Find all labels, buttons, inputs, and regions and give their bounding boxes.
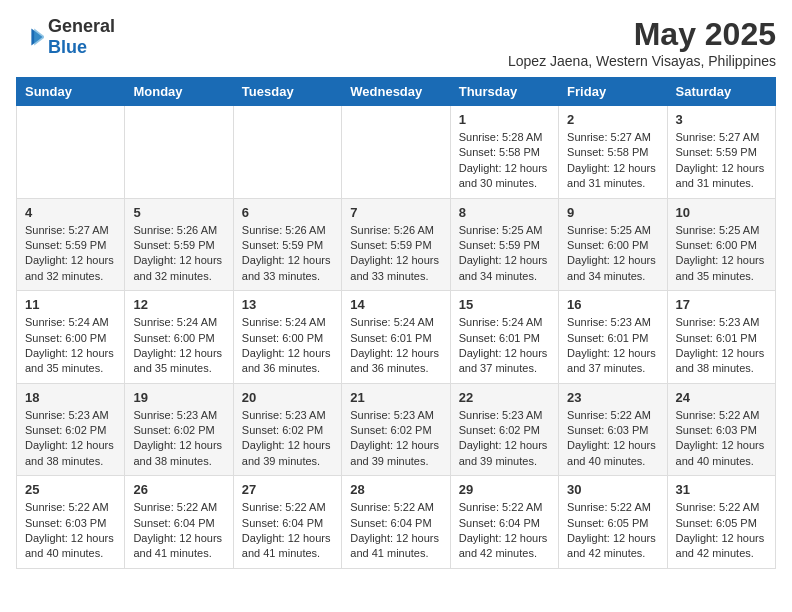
day-info: Sunrise: 5:26 AMSunset: 5:59 PMDaylight:… bbox=[242, 223, 333, 285]
day-number: 31 bbox=[676, 482, 767, 497]
calendar-cell: 17Sunrise: 5:23 AMSunset: 6:01 PMDayligh… bbox=[667, 291, 775, 384]
day-info: Sunrise: 5:24 AMSunset: 6:01 PMDaylight:… bbox=[350, 315, 441, 377]
day-number: 13 bbox=[242, 297, 333, 312]
day-number: 29 bbox=[459, 482, 550, 497]
day-info: Sunrise: 5:23 AMSunset: 6:01 PMDaylight:… bbox=[567, 315, 658, 377]
day-number: 5 bbox=[133, 205, 224, 220]
day-number: 28 bbox=[350, 482, 441, 497]
day-info: Sunrise: 5:25 AMSunset: 6:00 PMDaylight:… bbox=[567, 223, 658, 285]
logo: General Blue bbox=[16, 16, 115, 58]
day-number: 17 bbox=[676, 297, 767, 312]
day-info: Sunrise: 5:25 AMSunset: 5:59 PMDaylight:… bbox=[459, 223, 550, 285]
day-info: Sunrise: 5:28 AMSunset: 5:58 PMDaylight:… bbox=[459, 130, 550, 192]
calendar-cell: 2Sunrise: 5:27 AMSunset: 5:58 PMDaylight… bbox=[559, 106, 667, 199]
calendar-cell bbox=[125, 106, 233, 199]
calendar-cell: 7Sunrise: 5:26 AMSunset: 5:59 PMDaylight… bbox=[342, 198, 450, 291]
day-number: 19 bbox=[133, 390, 224, 405]
calendar-cell: 6Sunrise: 5:26 AMSunset: 5:59 PMDaylight… bbox=[233, 198, 341, 291]
calendar-cell: 5Sunrise: 5:26 AMSunset: 5:59 PMDaylight… bbox=[125, 198, 233, 291]
calendar-cell: 3Sunrise: 5:27 AMSunset: 5:59 PMDaylight… bbox=[667, 106, 775, 199]
day-info: Sunrise: 5:23 AMSunset: 6:02 PMDaylight:… bbox=[459, 408, 550, 470]
day-info: Sunrise: 5:23 AMSunset: 6:02 PMDaylight:… bbox=[133, 408, 224, 470]
header-tuesday: Tuesday bbox=[233, 78, 341, 106]
day-number: 22 bbox=[459, 390, 550, 405]
calendar-cell: 1Sunrise: 5:28 AMSunset: 5:58 PMDaylight… bbox=[450, 106, 558, 199]
day-number: 3 bbox=[676, 112, 767, 127]
calendar-cell: 30Sunrise: 5:22 AMSunset: 6:05 PMDayligh… bbox=[559, 476, 667, 569]
calendar-cell bbox=[342, 106, 450, 199]
day-info: Sunrise: 5:25 AMSunset: 6:00 PMDaylight:… bbox=[676, 223, 767, 285]
calendar-cell: 24Sunrise: 5:22 AMSunset: 6:03 PMDayligh… bbox=[667, 383, 775, 476]
day-number: 16 bbox=[567, 297, 658, 312]
day-number: 14 bbox=[350, 297, 441, 312]
day-number: 18 bbox=[25, 390, 116, 405]
calendar-cell: 22Sunrise: 5:23 AMSunset: 6:02 PMDayligh… bbox=[450, 383, 558, 476]
day-number: 20 bbox=[242, 390, 333, 405]
week-row-1: 1Sunrise: 5:28 AMSunset: 5:58 PMDaylight… bbox=[17, 106, 776, 199]
calendar-cell: 14Sunrise: 5:24 AMSunset: 6:01 PMDayligh… bbox=[342, 291, 450, 384]
header-friday: Friday bbox=[559, 78, 667, 106]
day-info: Sunrise: 5:22 AMSunset: 6:04 PMDaylight:… bbox=[133, 500, 224, 562]
day-info: Sunrise: 5:22 AMSunset: 6:05 PMDaylight:… bbox=[676, 500, 767, 562]
calendar-cell bbox=[233, 106, 341, 199]
day-number: 23 bbox=[567, 390, 658, 405]
day-info: Sunrise: 5:26 AMSunset: 5:59 PMDaylight:… bbox=[350, 223, 441, 285]
day-info: Sunrise: 5:23 AMSunset: 6:01 PMDaylight:… bbox=[676, 315, 767, 377]
calendar-cell: 26Sunrise: 5:22 AMSunset: 6:04 PMDayligh… bbox=[125, 476, 233, 569]
day-info: Sunrise: 5:24 AMSunset: 6:00 PMDaylight:… bbox=[25, 315, 116, 377]
day-info: Sunrise: 5:22 AMSunset: 6:03 PMDaylight:… bbox=[676, 408, 767, 470]
month-title: May 2025 bbox=[508, 16, 776, 53]
calendar-cell: 21Sunrise: 5:23 AMSunset: 6:02 PMDayligh… bbox=[342, 383, 450, 476]
day-info: Sunrise: 5:24 AMSunset: 6:01 PMDaylight:… bbox=[459, 315, 550, 377]
day-info: Sunrise: 5:22 AMSunset: 6:03 PMDaylight:… bbox=[25, 500, 116, 562]
day-number: 7 bbox=[350, 205, 441, 220]
calendar-cell: 10Sunrise: 5:25 AMSunset: 6:00 PMDayligh… bbox=[667, 198, 775, 291]
week-row-3: 11Sunrise: 5:24 AMSunset: 6:00 PMDayligh… bbox=[17, 291, 776, 384]
calendar-cell: 12Sunrise: 5:24 AMSunset: 6:00 PMDayligh… bbox=[125, 291, 233, 384]
header-wednesday: Wednesday bbox=[342, 78, 450, 106]
day-info: Sunrise: 5:23 AMSunset: 6:02 PMDaylight:… bbox=[25, 408, 116, 470]
header-monday: Monday bbox=[125, 78, 233, 106]
day-info: Sunrise: 5:22 AMSunset: 6:04 PMDaylight:… bbox=[350, 500, 441, 562]
calendar-cell: 16Sunrise: 5:23 AMSunset: 6:01 PMDayligh… bbox=[559, 291, 667, 384]
day-info: Sunrise: 5:27 AMSunset: 5:59 PMDaylight:… bbox=[25, 223, 116, 285]
day-info: Sunrise: 5:22 AMSunset: 6:04 PMDaylight:… bbox=[242, 500, 333, 562]
day-number: 8 bbox=[459, 205, 550, 220]
calendar-table: Sunday Monday Tuesday Wednesday Thursday… bbox=[16, 77, 776, 569]
calendar-cell bbox=[17, 106, 125, 199]
day-number: 6 bbox=[242, 205, 333, 220]
day-number: 27 bbox=[242, 482, 333, 497]
day-info: Sunrise: 5:27 AMSunset: 5:59 PMDaylight:… bbox=[676, 130, 767, 192]
page-header: General Blue May 2025 Lopez Jaena, Weste… bbox=[16, 16, 776, 69]
day-info: Sunrise: 5:24 AMSunset: 6:00 PMDaylight:… bbox=[133, 315, 224, 377]
title-area: May 2025 Lopez Jaena, Western Visayas, P… bbox=[508, 16, 776, 69]
day-number: 21 bbox=[350, 390, 441, 405]
calendar-cell: 15Sunrise: 5:24 AMSunset: 6:01 PMDayligh… bbox=[450, 291, 558, 384]
day-number: 25 bbox=[25, 482, 116, 497]
logo-general: General bbox=[48, 16, 115, 36]
days-header-row: Sunday Monday Tuesday Wednesday Thursday… bbox=[17, 78, 776, 106]
day-number: 26 bbox=[133, 482, 224, 497]
day-number: 9 bbox=[567, 205, 658, 220]
calendar-cell: 28Sunrise: 5:22 AMSunset: 6:04 PMDayligh… bbox=[342, 476, 450, 569]
day-info: Sunrise: 5:26 AMSunset: 5:59 PMDaylight:… bbox=[133, 223, 224, 285]
header-sunday: Sunday bbox=[17, 78, 125, 106]
day-info: Sunrise: 5:23 AMSunset: 6:02 PMDaylight:… bbox=[242, 408, 333, 470]
day-number: 30 bbox=[567, 482, 658, 497]
day-number: 1 bbox=[459, 112, 550, 127]
day-number: 4 bbox=[25, 205, 116, 220]
header-saturday: Saturday bbox=[667, 78, 775, 106]
calendar-cell: 31Sunrise: 5:22 AMSunset: 6:05 PMDayligh… bbox=[667, 476, 775, 569]
calendar-cell: 23Sunrise: 5:22 AMSunset: 6:03 PMDayligh… bbox=[559, 383, 667, 476]
day-info: Sunrise: 5:22 AMSunset: 6:03 PMDaylight:… bbox=[567, 408, 658, 470]
calendar-cell: 4Sunrise: 5:27 AMSunset: 5:59 PMDaylight… bbox=[17, 198, 125, 291]
logo-icon bbox=[16, 23, 44, 51]
day-number: 2 bbox=[567, 112, 658, 127]
day-info: Sunrise: 5:22 AMSunset: 6:04 PMDaylight:… bbox=[459, 500, 550, 562]
header-thursday: Thursday bbox=[450, 78, 558, 106]
day-number: 12 bbox=[133, 297, 224, 312]
week-row-4: 18Sunrise: 5:23 AMSunset: 6:02 PMDayligh… bbox=[17, 383, 776, 476]
calendar-cell: 19Sunrise: 5:23 AMSunset: 6:02 PMDayligh… bbox=[125, 383, 233, 476]
calendar-cell: 29Sunrise: 5:22 AMSunset: 6:04 PMDayligh… bbox=[450, 476, 558, 569]
day-number: 15 bbox=[459, 297, 550, 312]
